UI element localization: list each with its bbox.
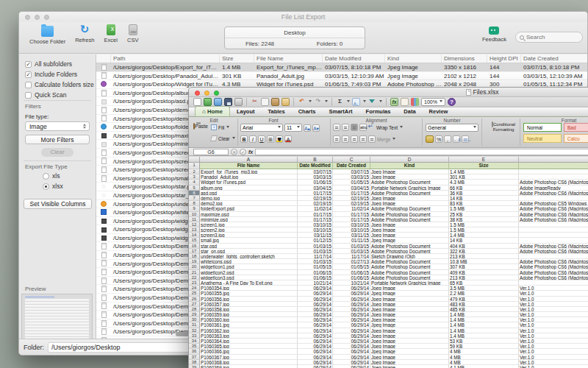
- tab-tables[interactable]: Tables: [262, 107, 292, 116]
- cell[interactable]: 14 KB: [449, 196, 519, 201]
- cell[interactable]: 03/04/15: [298, 185, 333, 191]
- row-number[interactable]: 16: [189, 244, 200, 249]
- cell[interactable]: Adobe Photoshop CS6 (Macintosh): [519, 275, 588, 280]
- row-number[interactable]: 35: [189, 344, 200, 349]
- cell[interactable]: 01/03/15: [333, 244, 370, 249]
- filter-dropdown-arrow[interactable]: [379, 100, 382, 104]
- font-color-button[interactable]: A: [284, 135, 292, 143]
- column-header-file-name[interactable]: File Name: [254, 54, 323, 63]
- cell[interactable]: 06/29/14: [298, 297, 333, 302]
- decrease-decimal-button[interactable]: [462, 135, 469, 143]
- search-input[interactable]: [526, 34, 578, 40]
- bold-button[interactable]: B: [240, 135, 248, 143]
- format-painter-icon[interactable]: [282, 98, 290, 106]
- cell[interactable]: 1.4 MB: [449, 333, 519, 339]
- undo-icon[interactable]: [298, 98, 306, 106]
- row-number[interactable]: 23: [189, 280, 200, 286]
- cell[interactable]: 36 KB: [449, 191, 519, 196]
- cell[interactable]: 06/29/14: [333, 317, 370, 322]
- checkbox-calculate-folders-size[interactable]: Calculate folders size: [25, 81, 94, 88]
- copy-icon[interactable]: [261, 98, 269, 106]
- cell[interactable]: 11/17/14: [333, 254, 370, 259]
- cell[interactable]: 1.4 MB: [449, 328, 519, 333]
- accept-icon[interactable]: ✓: [240, 149, 246, 155]
- cell[interactable]: Jpeg Image: [370, 317, 449, 322]
- export-csv-button[interactable]: CSV: [127, 24, 139, 45]
- row-number[interactable]: 22: [189, 275, 200, 280]
- cell[interactable]: P1060361.jpg: [200, 322, 298, 328]
- cell[interactable]: 10/21/14: [298, 280, 333, 286]
- cell[interactable]: Adobe Photoshop CS6 (Macintosh): [519, 206, 588, 211]
- cell[interactable]: 01/06/15: [298, 180, 333, 185]
- font-size-dropdown[interactable]: 11: [284, 124, 302, 132]
- increase-indent-button[interactable]: [368, 135, 376, 143]
- cell[interactable]: 02/19/15: [333, 196, 370, 201]
- row-number[interactable]: 19: [189, 259, 200, 264]
- row-number[interactable]: 7: [189, 196, 200, 201]
- cell[interactable]: 06/29/14: [298, 312, 333, 317]
- cell[interactable]: 06/29/14: [333, 307, 370, 312]
- cell-reference-box[interactable]: G6: [193, 149, 229, 155]
- workbook-gallery-icon[interactable]: [204, 98, 212, 106]
- cell[interactable]: demo2.jpg: [200, 201, 298, 206]
- cell[interactable]: Sketch Drawing (Old): [370, 254, 449, 259]
- cell[interactable]: [519, 280, 588, 286]
- cancel-icon[interactable]: ✕: [231, 149, 237, 155]
- cell[interactable]: 01/06/15: [333, 270, 370, 275]
- cell[interactable]: 03/03/15: [333, 174, 370, 180]
- cell[interactable]: 06/29/14: [333, 322, 370, 328]
- cell[interactable]: Adobe Photoshop Document: [370, 206, 449, 211]
- cell[interactable]: Ver.1.0: [519, 339, 588, 344]
- cell[interactable]: 11/02/14: [298, 206, 333, 211]
- cell[interactable]: Adobe Photoshop Document: [370, 212, 449, 217]
- cell[interactable]: Adobe Photoshop CS6 (Macintosh): [519, 264, 588, 269]
- grow-font-button[interactable]: [304, 124, 311, 132]
- merge-button[interactable]: Merge: [377, 137, 390, 142]
- align-center-button[interactable]: [342, 135, 349, 143]
- row-number[interactable]: 34: [189, 339, 200, 344]
- cell[interactable]: Adobe Photoshop Document: [370, 191, 449, 196]
- filter-icon[interactable]: [368, 98, 376, 106]
- cell[interactable]: Jpeg Image: [370, 339, 449, 344]
- zoom-button[interactable]: [44, 15, 49, 20]
- cell[interactable]: Adobe Photoshop CS6 (Macintosh): [519, 270, 588, 275]
- cell[interactable]: Jpeg Image: [370, 201, 449, 206]
- cell[interactable]: 1.4 MB: [449, 322, 519, 328]
- cell[interactable]: 1.5 MB: [449, 222, 519, 227]
- cell[interactable]: Ver.1.0: [519, 291, 588, 296]
- cell[interactable]: 06/29/14: [333, 302, 370, 307]
- cell[interactable]: P1060358.jpg: [200, 307, 298, 312]
- cell[interactable]: 06/29/14: [333, 355, 370, 360]
- cell[interactable]: 01/05/15: [333, 264, 370, 269]
- column-header-dimensions[interactable]: Dimensions: [442, 54, 487, 63]
- cell[interactable]: maximize.psd: [200, 212, 298, 217]
- redo-icon[interactable]: [314, 98, 322, 106]
- column-header-kind[interactable]: Kind: [385, 54, 442, 63]
- cell[interactable]: Export_for_iTunes_mp3.jpg: [200, 169, 298, 174]
- align-right-button[interactable]: [351, 135, 358, 143]
- cell[interactable]: 06/29/14: [298, 339, 333, 344]
- fill-color-button[interactable]: ⛊: [276, 135, 283, 143]
- cell[interactable]: screen3.jpg: [200, 233, 298, 238]
- cell[interactable]: 03/04/15: [333, 185, 370, 191]
- cell[interactable]: 06/29/14: [298, 322, 333, 328]
- cell[interactable]: 01/03/15: [298, 259, 333, 264]
- tab-data[interactable]: Data: [397, 107, 422, 116]
- align-top-button[interactable]: [333, 124, 340, 131]
- minimize-button[interactable]: [204, 91, 209, 96]
- choose-folder-button[interactable]: Choose Folder: [29, 24, 65, 45]
- cell[interactable]: Jpeg Image: [370, 302, 449, 307]
- cell[interactable]: 02/19/15: [333, 201, 370, 206]
- cell[interactable]: P1060362.jpg: [200, 328, 298, 333]
- checkbox-all-subfolders[interactable]: All subfolders: [25, 60, 72, 68]
- cell[interactable]: Ver.1.0: [519, 317, 588, 322]
- cell[interactable]: small.jpg: [200, 238, 298, 243]
- cell[interactable]: P1060356.jpg: [200, 297, 298, 302]
- tab-formulas[interactable]: Formulas: [359, 107, 398, 116]
- row-number[interactable]: 27: [189, 302, 200, 307]
- cell[interactable]: 01/11/15: [333, 238, 370, 243]
- cell[interactable]: P1060365.jpg: [200, 344, 298, 349]
- cell[interactable]: Adobe Photoshop Document: [370, 264, 449, 269]
- row-number[interactable]: 3: [189, 174, 200, 180]
- cell[interactable]: Jpeg Image: [370, 238, 449, 243]
